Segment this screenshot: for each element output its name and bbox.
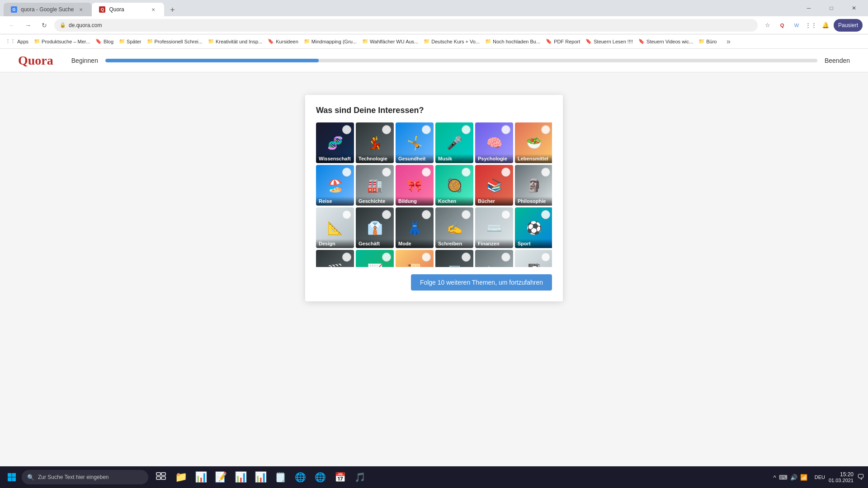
chevron-up-icon[interactable]: ^	[774, 474, 776, 481]
interest-checkbox-finanzen[interactable]	[501, 210, 510, 219]
interest-item-finanzen[interactable]: ⌨️ Finanzen	[475, 207, 513, 248]
interest-checkbox-kochen[interactable]	[462, 168, 471, 177]
interest-item-geschaeft[interactable]: 👔 Geschäft	[356, 207, 394, 248]
interest-checkbox-row4e[interactable]	[501, 253, 510, 262]
taskbar-app-onenote[interactable]: 🗒️	[271, 468, 289, 486]
bookmark-buero[interactable]: 📁 Büro	[698, 38, 717, 44]
interest-item-row4f[interactable]: 📓	[515, 250, 552, 267]
interest-checkbox-technologie[interactable]	[382, 125, 391, 134]
interest-checkbox-design[interactable]	[342, 210, 351, 219]
interest-checkbox-sport[interactable]	[541, 210, 550, 219]
bookmark-star-button[interactable]: ☆	[761, 19, 774, 32]
progress-end-label[interactable]: Beenden	[825, 57, 850, 64]
bookmark-deutsche-kurs[interactable]: 📁 Deutsche Kurs + Vo...	[424, 38, 480, 44]
bookmark-steuern-lesen[interactable]: 🔖 Steuern Lesen !!!!	[585, 38, 633, 44]
interest-item-philosophie[interactable]: 🗿 Philosophie	[515, 165, 552, 206]
back-button[interactable]: ←	[5, 19, 18, 32]
more-bookmarks-button[interactable]: »	[722, 35, 735, 48]
interest-checkbox-row4f[interactable]	[541, 253, 550, 262]
notifications-button[interactable]: 🗨	[857, 473, 864, 481]
interest-item-design[interactable]: 📐 Design	[316, 207, 354, 248]
interest-checkbox-buecher[interactable]	[501, 168, 510, 177]
interest-checkbox-bildung[interactable]	[422, 168, 431, 177]
interest-grid-wrapper[interactable]: 🧬 Wissenschaft 💃 Technologie 🤸 Gesundhei…	[316, 122, 552, 267]
interest-item-technologie[interactable]: 💃 Technologie	[356, 122, 394, 163]
bookmark-produktsuche[interactable]: 📁 Produktsuche – Mer...	[34, 38, 90, 44]
bookmark-kursideen[interactable]: 🔖 Kursideen	[268, 38, 298, 44]
bookmark-noch-hochladen[interactable]: 📁 Noch hochladen Bu...	[485, 38, 540, 44]
maximize-button[interactable]: □	[821, 1, 842, 15]
interest-item-reise[interactable]: 🏖️ Reise	[316, 165, 354, 206]
continue-button[interactable]: Folge 10 weiteren Themen, um fortzufahre…	[411, 274, 552, 291]
bookmark-spaeter[interactable]: 📁 Später	[119, 38, 141, 44]
taskbar-app-explorer[interactable]: 📁	[172, 468, 190, 486]
bookmark-blog[interactable]: 🔖 Blog	[95, 38, 113, 44]
volume-icon[interactable]: 🔊	[790, 474, 797, 481]
taskbar-app-edge[interactable]: 🌐	[311, 468, 329, 486]
taskbar-clock[interactable]: 15:20 01.03.2021	[829, 471, 854, 483]
tab-google[interactable]: G quora - Google Suche ✕	[4, 3, 92, 16]
interest-item-kochen[interactable]: 🥘 Kochen	[435, 165, 473, 206]
interest-checkbox-row4a[interactable]	[342, 253, 351, 262]
interest-checkbox-wissenschaft[interactable]	[342, 125, 351, 134]
taskbar-app-chrome[interactable]: 🌐	[291, 468, 309, 486]
interest-checkbox-gesundheit[interactable]	[422, 125, 431, 134]
notification-button[interactable]: 🔔	[819, 19, 832, 32]
interest-checkbox-lebensmittel[interactable]	[541, 125, 550, 134]
bookmark-professionell[interactable]: 📁 Professionell Schrei...	[147, 38, 203, 44]
interest-item-row4d[interactable]: 💻	[435, 250, 473, 267]
interest-checkbox-row4b[interactable]	[382, 253, 391, 262]
interest-checkbox-philosophie[interactable]	[541, 168, 550, 177]
interest-item-row4a[interactable]: 🎬	[316, 250, 354, 267]
address-bar[interactable]: 🔒 de.quora.com	[54, 19, 758, 32]
interest-checkbox-mode[interactable]	[422, 210, 431, 219]
new-tab-button[interactable]: +	[166, 4, 179, 16]
bookmark-mindmapping[interactable]: 📁 Mindmapping (Gru...	[304, 38, 357, 44]
tab-google-close[interactable]: ✕	[77, 6, 85, 13]
forward-button[interactable]: →	[22, 19, 34, 32]
tab-quora[interactable]: Q Quora ✕	[92, 3, 164, 16]
bookmark-pdf[interactable]: 🔖 PDF Report	[546, 38, 580, 44]
interest-item-row4c[interactable]: 📜	[396, 250, 434, 267]
interest-checkbox-geschaeft[interactable]	[382, 210, 391, 219]
interest-checkbox-reise[interactable]	[342, 168, 351, 177]
interest-item-sport[interactable]: ⚽ Sport	[515, 207, 552, 248]
interest-item-row4b[interactable]: 📈 Marketing	[356, 250, 394, 267]
bookmark-kreativitaet[interactable]: 📁 Kreativität und Insp...	[208, 38, 262, 44]
taskbar-app-taskmgr[interactable]: 📊	[192, 468, 210, 486]
taskbar-app-excel[interactable]: 📊	[231, 468, 250, 486]
interest-item-geschichte[interactable]: 🏭 Geschichte	[356, 165, 394, 206]
taskbar-search[interactable]: 🔍 Zur Suche Text hier eingeben	[22, 470, 148, 484]
quora-extension-button[interactable]: Q	[776, 19, 788, 32]
taskbar-app-spotify[interactable]: 🎵	[351, 468, 369, 486]
start-button[interactable]	[4, 469, 20, 485]
bookmark-apps[interactable]: ⋮⋮ Apps	[5, 38, 28, 44]
extension-button-2[interactable]: W	[790, 19, 803, 32]
interest-item-psychologie[interactable]: 🧠 Psychologie	[475, 122, 513, 163]
interest-checkbox-psychologie[interactable]	[501, 125, 510, 134]
interest-checkbox-schreiben[interactable]	[462, 210, 471, 219]
interest-checkbox-row4d[interactable]	[462, 253, 471, 262]
interest-item-lebensmittel[interactable]: 🥗 Lebensmittel	[515, 122, 552, 163]
tab-quora-close[interactable]: ✕	[150, 6, 157, 13]
taskbar-app-powerpoint[interactable]: 📊	[251, 468, 269, 486]
interest-checkbox-row4c[interactable]	[422, 253, 431, 262]
interest-checkbox-musik[interactable]	[462, 125, 471, 134]
interest-item-gesundheit[interactable]: 🤸 Gesundheit	[396, 122, 434, 163]
interest-item-schreiben[interactable]: ✍️ Schreiben	[435, 207, 473, 248]
profile-button[interactable]: Pausiert	[834, 19, 863, 32]
interest-item-mode[interactable]: 👗 Mode	[396, 207, 434, 248]
interest-checkbox-geschichte[interactable]	[382, 168, 391, 177]
interest-item-bildung[interactable]: 🎀 Bildung	[396, 165, 434, 206]
interest-item-wissenschaft[interactable]: 🧬 Wissenschaft	[316, 122, 354, 163]
taskbar-app-taskview[interactable]	[152, 468, 170, 486]
taskbar-app-calendar[interactable]: 📅	[331, 468, 349, 486]
taskbar-app-word[interactable]: 📝	[212, 468, 230, 486]
interest-item-buecher[interactable]: 📚 Bücher	[475, 165, 513, 206]
bookmark-wahlfaecher[interactable]: 📁 Wahlfächer WU Aus...	[362, 38, 418, 44]
bookmark-steuern-videos[interactable]: 🔖 Steuern Videos wic...	[638, 38, 693, 44]
interest-item-musik[interactable]: 🎤 Musik	[435, 122, 473, 163]
close-button[interactable]: ✕	[844, 1, 864, 15]
reload-button[interactable]: ↻	[38, 19, 51, 32]
minimize-button[interactable]: ─	[798, 1, 819, 15]
